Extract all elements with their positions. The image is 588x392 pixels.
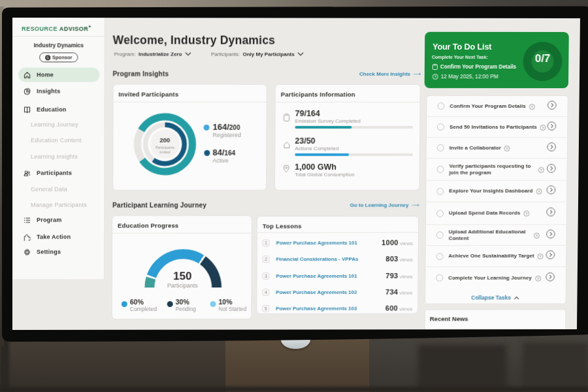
svg-text:?: ? <box>540 168 543 172</box>
svg-text:?: ? <box>537 276 540 280</box>
svg-text:?: ? <box>525 212 528 216</box>
svg-text:?: ? <box>531 105 533 108</box>
svg-text:?: ? <box>506 146 509 150</box>
svg-text:?: ? <box>538 189 540 193</box>
svg-text:?: ? <box>542 125 544 129</box>
svg-text:?: ? <box>539 255 542 259</box>
svg-text:?: ? <box>536 233 538 237</box>
svg-text:Participants: Participants <box>155 146 174 150</box>
svg-text:Invited: Invited <box>159 150 171 154</box>
svg-text:200: 200 <box>160 137 171 144</box>
